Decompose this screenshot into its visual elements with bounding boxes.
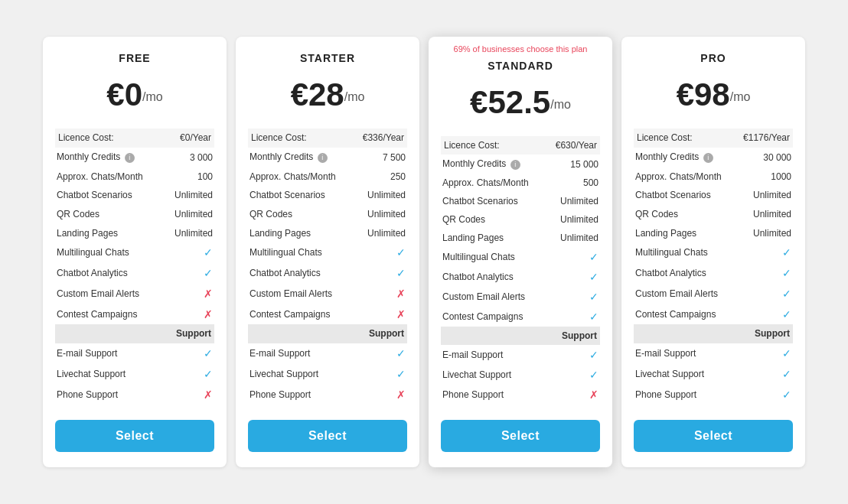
licence-value: €1176/Year	[734, 128, 793, 148]
monthly-credits-label: Monthly Credits i	[248, 148, 352, 167]
plan-name: STARTER	[248, 52, 407, 64]
plan-name: FREE	[55, 52, 214, 64]
chatbot-analytics-row: Chatbot Analytics ✓	[55, 263, 214, 284]
landing-pages-row: Landing Pages Unlimited	[248, 223, 407, 242]
support-header-label: Support	[441, 327, 600, 345]
select-button-standard[interactable]: Select	[441, 420, 600, 452]
email-support-label: E-mail Support	[55, 343, 164, 364]
support-header-label: Support	[634, 324, 793, 343]
pricing-container: FREE €0/mo Licence Cost: €0/Year Monthly…	[43, 37, 805, 467]
phone-support-row: Phone Support ✓	[634, 384, 793, 405]
phone-support-label: Phone Support	[441, 385, 545, 405]
multilingual-label: Multilingual Chats	[248, 242, 352, 263]
livechat-support-row: Livechat Support ✓	[634, 363, 793, 384]
phone-support-label: Phone Support	[248, 384, 352, 405]
select-button-pro[interactable]: Select	[634, 420, 793, 452]
features-table: Licence Cost: €336/Year Monthly Credits …	[248, 128, 407, 405]
support-header-label: Support	[55, 324, 214, 343]
licence-row: Licence Cost: €336/Year	[248, 128, 407, 148]
chatbot-value: Unlimited	[734, 186, 793, 205]
contest-label: Contest Campaigns	[55, 304, 164, 324]
qr-value: Unlimited	[164, 205, 214, 224]
chatbot-scenarios-row: Chatbot Scenarios Unlimited	[634, 186, 793, 205]
plan-price: €0/mo	[55, 76, 214, 113]
chatbot-scenarios-row: Chatbot Scenarios Unlimited	[248, 186, 407, 205]
chats-value: 250	[352, 167, 407, 186]
plan-name: STANDARD	[441, 60, 600, 72]
features-table: Licence Cost: €0/Year Monthly Credits i …	[55, 128, 214, 405]
info-icon[interactable]: i	[318, 153, 328, 163]
email-support-row: E-mail Support ✓	[441, 345, 600, 365]
custom-email-value: ✗	[164, 284, 214, 304]
chatbot-scenarios-row: Chatbot Scenarios Unlimited	[441, 192, 600, 210]
monthly-credits-label: Monthly Credits i	[634, 148, 734, 167]
info-icon[interactable]: i	[703, 153, 713, 163]
phone-support-value: ✗	[545, 385, 600, 405]
custom-email-label: Custom Email Alerts	[248, 284, 352, 304]
licence-label: Licence Cost:	[248, 128, 352, 148]
email-support-label: E-mail Support	[634, 343, 734, 364]
phone-support-row: Phone Support ✗	[55, 384, 214, 405]
custom-email-label: Custom Email Alerts	[634, 284, 734, 304]
multilingual-value: ✓	[545, 247, 600, 267]
select-button-starter[interactable]: Select	[248, 420, 407, 452]
custom-email-label: Custom Email Alerts	[55, 284, 164, 304]
landing-label: Landing Pages	[248, 223, 352, 242]
chats-label: Approx. Chats/Month	[441, 174, 545, 192]
qr-label: QR Codes	[441, 210, 545, 229]
livechat-support-label: Livechat Support	[441, 365, 545, 385]
custom-email-row: Custom Email Alerts ✓	[634, 284, 793, 304]
custom-email-row: Custom Email Alerts ✗	[55, 284, 214, 304]
licence-label: Licence Cost:	[634, 128, 734, 148]
landing-value: Unlimited	[545, 229, 600, 247]
price-suffix: /mo	[344, 90, 365, 103]
livechat-support-label: Livechat Support	[248, 363, 352, 384]
landing-value: Unlimited	[352, 223, 407, 242]
chatbot-analytics-label: Chatbot Analytics	[248, 263, 352, 284]
landing-value: Unlimited	[734, 223, 793, 242]
multilingual-row: Multilingual Chats ✓	[634, 242, 793, 263]
landing-value: Unlimited	[164, 223, 214, 242]
livechat-support-value: ✓	[352, 363, 407, 384]
monthly-credits-value: 7 500	[352, 148, 407, 167]
price-main: €28	[291, 76, 344, 112]
price-main: €52.5	[470, 84, 550, 120]
plan-card-starter: STARTER €28/mo Licence Cost: €336/Year M…	[236, 37, 419, 467]
chats-label: Approx. Chats/Month	[634, 167, 734, 186]
plan-card-standard: 69% of businesses choose this plan STAND…	[429, 37, 612, 467]
landing-label: Landing Pages	[441, 229, 545, 247]
monthly-credits-row: Monthly Credits i 7 500	[248, 148, 407, 167]
contest-value: ✗	[164, 304, 214, 324]
licence-row: Licence Cost: €630/Year	[441, 136, 600, 154]
info-icon[interactable]: i	[125, 153, 135, 163]
chats-label: Approx. Chats/Month	[248, 167, 352, 186]
livechat-support-value: ✓	[164, 363, 214, 384]
monthly-credits-row: Monthly Credits i 15 000	[441, 154, 600, 174]
multilingual-value: ✓	[164, 242, 214, 263]
multilingual-label: Multilingual Chats	[634, 242, 734, 263]
info-icon[interactable]: i	[510, 160, 520, 170]
livechat-support-row: Livechat Support ✓	[248, 363, 407, 384]
landing-pages-row: Landing Pages Unlimited	[55, 223, 214, 242]
qr-codes-row: QR Codes Unlimited	[55, 205, 214, 224]
phone-support-label: Phone Support	[55, 384, 164, 405]
chatbot-scenarios-row: Chatbot Scenarios Unlimited	[55, 186, 214, 205]
plan-name: PRO	[634, 52, 793, 64]
chats-row: Approx. Chats/Month 500	[441, 174, 600, 192]
chatbot-value: Unlimited	[352, 186, 407, 205]
licence-row: Licence Cost: €1176/Year	[634, 128, 793, 148]
chatbot-label: Chatbot Scenarios	[248, 186, 352, 205]
licence-label: Licence Cost:	[55, 128, 164, 148]
contest-value: ✓	[734, 304, 793, 324]
qr-value: Unlimited	[734, 205, 793, 224]
select-button-free[interactable]: Select	[55, 420, 214, 452]
livechat-support-row: Livechat Support ✓	[55, 363, 214, 384]
monthly-credits-value: 30 000	[734, 148, 793, 167]
landing-pages-row: Landing Pages Unlimited	[441, 229, 600, 247]
price-suffix: /mo	[730, 90, 751, 103]
chats-value: 500	[545, 174, 600, 192]
phone-support-row: Phone Support ✗	[441, 385, 600, 405]
qr-value: Unlimited	[352, 205, 407, 224]
custom-email-value: ✓	[545, 287, 600, 307]
email-support-value: ✓	[164, 343, 214, 364]
